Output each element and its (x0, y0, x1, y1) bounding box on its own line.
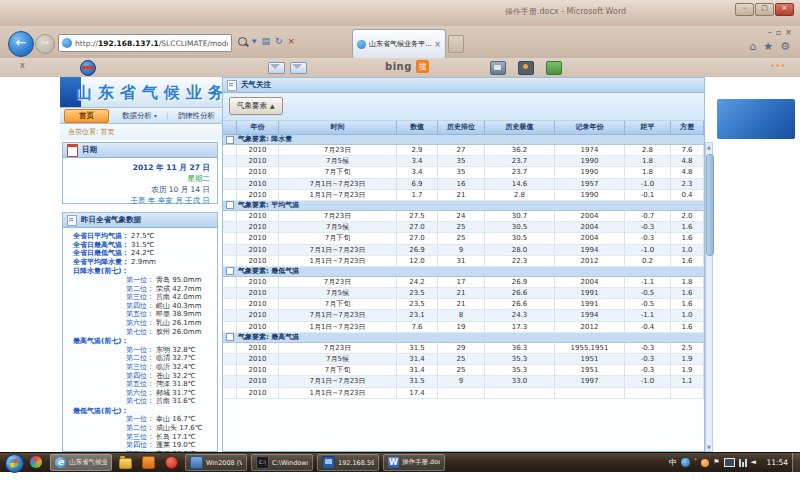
expand-checkbox[interactable] (226, 333, 234, 341)
start-button[interactable] (5, 454, 24, 473)
bing-logo[interactable]: bing (385, 61, 412, 72)
rank-item: 第三位：长岛 17.1℃ (63, 433, 217, 442)
row-cell: 25 (438, 354, 485, 365)
scroll-up-icon[interactable]: ▲ (706, 144, 712, 150)
scrollbar-thumb[interactable] (706, 154, 714, 256)
taskbar-button-remote-desktop-window[interactable]: 192.168.59.99... (317, 454, 379, 471)
message-icon[interactable] (290, 62, 307, 74)
input-method-indicator[interactable]: 中 (669, 458, 677, 467)
table-row: 20107月1日~7月23日26.9928.01994-1.01.0 (223, 245, 704, 256)
row-cell (223, 299, 237, 310)
display-tray-icon[interactable] (724, 458, 735, 467)
taskbar-button-vm-window[interactable]: Win2008 (VS2... (185, 454, 247, 471)
nav-item-2[interactable]: 韵律性分析 (168, 111, 224, 121)
account-icon[interactable] (518, 61, 534, 75)
lunar-date: 农历 10 月 14 日 (63, 184, 210, 195)
ie-window-buttons[interactable]: –▫× (768, 28, 792, 37)
row-cell: 3.4 (397, 156, 438, 167)
new-tab-button[interactable] (448, 35, 464, 53)
row-cell: 8 (438, 310, 485, 321)
rank-item: 第一位：青岛 95.0mm (63, 276, 217, 285)
hidden-icons-chevron[interactable]: ˄ (694, 458, 698, 467)
taskbar-clock[interactable]: 11:54 (766, 458, 788, 467)
tab-title[interactable]: 山东省气候业务平... (369, 39, 432, 49)
url-text[interactable]: http://192.168.137.1/SLCCLIMATE/modules/… (75, 39, 228, 48)
taskbar-button-explorer[interactable] (116, 454, 135, 471)
section-group-row[interactable]: 气象要素: 最高气温 (223, 333, 704, 343)
rank-item: 第三位：莒南 42.0mm (63, 293, 217, 302)
panel-title: 天气关注 (241, 80, 271, 90)
table-toolbar: 气象要素▲ (223, 93, 704, 121)
bing-search-button[interactable]: 搜 (416, 60, 429, 73)
address-bar[interactable]: http://192.168.137.1/SLCCLIMATE/modules/… (58, 34, 232, 52)
addon-logo-icon[interactable] (80, 60, 96, 76)
toolbar-close-icon[interactable]: x (20, 61, 25, 70)
minimize-button[interactable]: – (735, 3, 754, 16)
orange-tray-icon[interactable] (701, 459, 709, 467)
chevron-down-icon: ▾ (154, 112, 157, 119)
rank-label: 第二位： (126, 285, 154, 294)
row-cell: 7月23日 (279, 277, 397, 288)
more-options-icon[interactable]: ••• (771, 62, 786, 70)
section-group-row[interactable]: 气象要素: 降水量 (223, 135, 704, 145)
row-cell: 1.9 (671, 354, 704, 365)
compatibility-icon[interactable]: ▤ (262, 36, 271, 46)
nav-item-0[interactable]: 首页 (64, 109, 109, 123)
page-scrollbar[interactable]: ▲ ▼ (705, 142, 713, 452)
forward-button[interactable]: → (35, 34, 55, 54)
row-cell: -0.3 (625, 233, 671, 244)
taskbar-button-ie-window[interactable]: e山东省气候业... (50, 454, 112, 471)
rank-item: 第二位：荣成 42.7mm (63, 285, 217, 294)
rank-item: 第一位：泰山 16.7℃ (63, 415, 217, 424)
network-tray-icon[interactable] (739, 459, 747, 467)
rank-item: 第六位：乳山 26.1mm (63, 319, 217, 328)
ganzhi-date: 壬辰 年 辛亥 月 壬戌 日 (63, 195, 210, 206)
rank-section-title: 日降水量(前七)： (63, 267, 217, 276)
rank-value: 乳山 26.1mm (156, 319, 212, 328)
browser-tab[interactable]: 山东省气候业务平... × (352, 29, 446, 58)
snapshot-icon[interactable] (490, 61, 506, 75)
row-cell: 1月1日~7月23日 (279, 256, 397, 267)
row-cell: 27.0 (397, 233, 438, 244)
back-button[interactable]: ← (8, 31, 34, 57)
expand-checkbox[interactable] (226, 201, 234, 209)
show-desktop-button[interactable] (792, 453, 800, 472)
row-cell: -1.0 (625, 376, 671, 387)
expand-checkbox[interactable] (226, 136, 234, 144)
element-filter-button[interactable]: 气象要素▲ (229, 97, 283, 115)
tab-close-icon[interactable]: × (434, 40, 441, 49)
maximize-button[interactable]: □ (755, 3, 774, 16)
folder-icon (119, 458, 132, 469)
row-cell: 27 (438, 145, 485, 156)
favorites-star-icon[interactable]: ★ (763, 40, 773, 53)
taskbar-button-word-document-window[interactable]: W操作手册.docx... (383, 454, 445, 471)
addons-icon[interactable] (546, 61, 562, 75)
taskbar-button-orange-app[interactable] (139, 454, 158, 471)
dropdown-icon[interactable]: ▾ (252, 36, 257, 46)
stop-icon[interactable]: × (288, 36, 296, 46)
expand-checkbox[interactable] (226, 267, 234, 275)
row-cell (223, 222, 237, 233)
row-cell: 1.6 (671, 222, 704, 233)
taskbar-button-cmd-window[interactable]: C:\C:\Windows\s... (251, 454, 313, 471)
search-icon[interactable] (238, 37, 247, 46)
close-button[interactable]: × (775, 3, 794, 16)
rank-item: 第一位：东明 32.8℃ (63, 346, 217, 355)
section-group-row[interactable]: 气象要素: 平均气温 (223, 201, 704, 211)
table-row: 20107月5候23.52126.61991-0.51.6 (223, 288, 704, 299)
row-cell: 7月1日~7月23日 (279, 376, 397, 387)
calendar-icon (67, 144, 78, 157)
nav-item-1[interactable]: 数据分析▾ (113, 111, 166, 121)
blue-ball-tray-icon[interactable] (681, 458, 690, 467)
home-icon[interactable]: ⌂ (749, 40, 756, 53)
pinned-app-icon[interactable] (30, 456, 42, 468)
settings-gear-icon[interactable]: ⚙ (780, 40, 790, 53)
action-center-flag-icon[interactable]: ⚑ (713, 458, 719, 467)
scroll-down-icon[interactable]: ▼ (706, 444, 712, 450)
rank-label: 第一位： (126, 415, 154, 424)
refresh-icon[interactable]: ↻ (275, 36, 283, 46)
section-group-row[interactable]: 气象要素: 最低气温 (223, 267, 704, 277)
mail-icon[interactable] (268, 62, 285, 74)
taskbar-button-red-app[interactable] (162, 454, 181, 471)
volume-icon[interactable]: ◄ (751, 458, 756, 467)
